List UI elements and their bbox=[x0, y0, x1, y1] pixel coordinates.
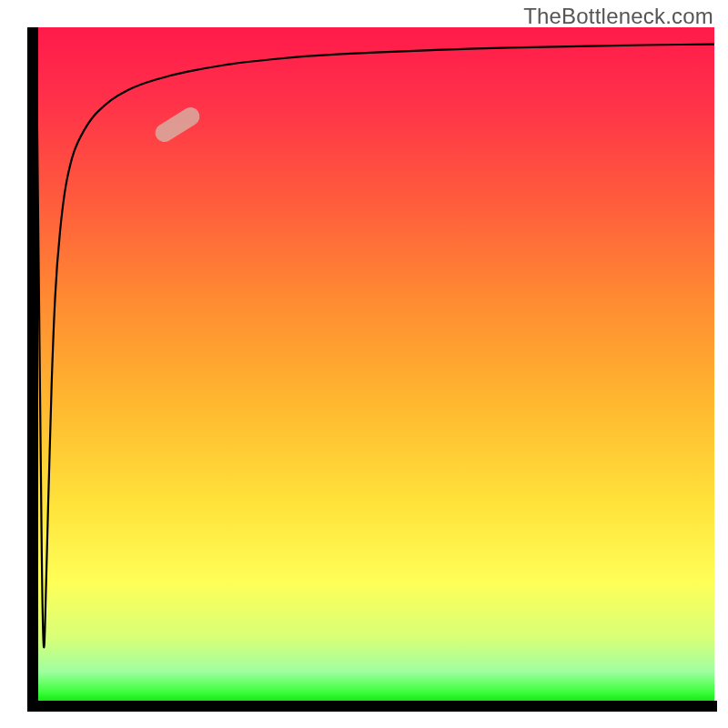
chart-curve bbox=[36, 27, 714, 705]
chart-plot-area bbox=[36, 27, 714, 705]
watermark-text: TheBottleneck.com bbox=[523, 4, 713, 29]
